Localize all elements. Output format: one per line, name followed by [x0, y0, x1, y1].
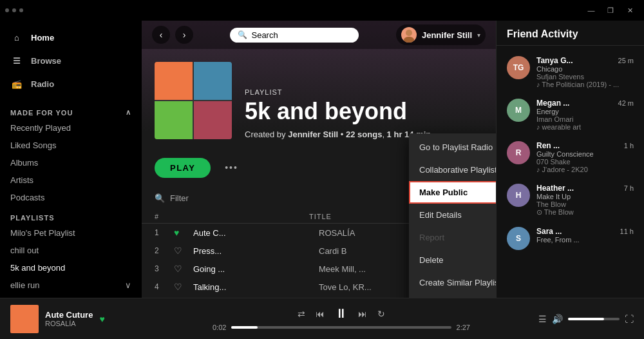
repeat-button[interactable]: ↻: [377, 309, 385, 319]
friend-name: Heather ...: [536, 184, 574, 193]
friend-name-row: Tanya G... 25 m: [536, 56, 634, 65]
like-button[interactable]: ♥: [174, 228, 193, 238]
friend-extra: ♪ J'adore - 2K20: [536, 166, 634, 173]
back-button[interactable]: ‹: [152, 26, 170, 44]
menu-item-make-public[interactable]: Make Public: [409, 181, 496, 204]
track-name: Aute C...: [193, 228, 319, 238]
play-pause-button[interactable]: ⏸: [335, 306, 348, 321]
sidebar-item-albums[interactable]: Albums: [0, 154, 142, 171]
seek-bar[interactable]: [231, 326, 451, 329]
fullscreen-button[interactable]: ⛶: [625, 314, 634, 324]
minimize-button[interactable]: —: [582, 4, 600, 17]
friend-activity-item[interactable]: TG Tanya G... 25 m Chicago Sufjan Steven…: [497, 51, 644, 93]
art-cell-1: [155, 62, 193, 100]
friend-info: Tanya G... 25 m Chicago Sufjan Stevens ♪…: [536, 56, 634, 88]
friend-activity-item[interactable]: M Megan ... 42 m Energy Iman Omari ♪ wea…: [497, 93, 644, 136]
more-options-button[interactable]: •••: [221, 157, 242, 178]
title-bar: — ❐ ✕: [0, 0, 644, 21]
friend-extra: ♪ The Politician (2019) - ...: [536, 81, 634, 88]
like-button[interactable]: ♡: [174, 282, 193, 292]
sidebar-item-podcasts[interactable]: Podcasts: [0, 189, 142, 206]
search-bar[interactable]: 🔍: [230, 28, 359, 43]
dot-3: [19, 8, 23, 12]
friend-name-row: Megan ... 42 m: [536, 99, 634, 108]
forward-button[interactable]: ›: [175, 26, 193, 44]
track-name: Talking...: [193, 282, 319, 292]
friend-time: 1 h: [624, 142, 634, 150]
sidebar-item-radio[interactable]: 📻 Radio: [0, 72, 142, 95]
queue-button[interactable]: ☰: [538, 314, 547, 324]
friend-artist: Iman Omari: [536, 115, 634, 123]
now-playing-name: Aute Cuture: [45, 310, 93, 320]
track-number: 4: [155, 282, 174, 291]
previous-button[interactable]: ⏮: [316, 309, 325, 319]
menu-item-edit-details[interactable]: Edit Details: [409, 204, 496, 226]
shuffle-button[interactable]: ⇄: [298, 309, 305, 319]
menu-item-playlist-radio[interactable]: Go to Playlist Radio: [409, 136, 496, 159]
friend-activity-item[interactable]: H Heather ... 7 h Make It Up The Blow ⊙ …: [497, 179, 644, 222]
play-button[interactable]: PLAY: [155, 158, 211, 178]
sidebar-item-browse[interactable]: ☰ Browse: [0, 49, 142, 72]
friend-info: Heather ... 7 h Make It Up The Blow ⊙ Th…: [536, 184, 634, 217]
friend-name-row: Heather ... 7 h: [536, 184, 634, 193]
friend-info: Ren ... 1 h Guilty Conscience 070 Shake …: [536, 141, 634, 173]
sidebar-playlist-5k[interactable]: 5k and beyond: [0, 259, 142, 276]
avatar: TG: [507, 56, 530, 79]
nav-buttons: ‹ ›: [152, 26, 193, 44]
context-menu: Go to Playlist Radio Collaborative Playl…: [409, 133, 496, 298]
menu-item-report: Report: [409, 226, 496, 249]
playlist-type-label: PLAYLIST: [245, 88, 483, 96]
maximize-button[interactable]: ❐: [601, 4, 620, 17]
track-number: 3: [155, 264, 174, 273]
sidebar-playlist-chill[interactable]: chill out: [0, 242, 142, 259]
top-bar: ‹ › 🔍 Jennifer Still ▾: [142, 21, 496, 49]
sidebar-item-home[interactable]: ⌂ Home: [0, 26, 142, 49]
art-cell-3: [155, 101, 193, 139]
sidebar-item-artists[interactable]: Artists: [0, 171, 142, 189]
friend-artist: 070 Shake: [536, 158, 634, 166]
sidebar: ⌂ Home ☰ Browse 📻 Radio Made For You ∧ R…: [0, 21, 142, 298]
progress-bar-container: 0:02 2:27: [213, 324, 470, 331]
user-profile[interactable]: Jennifer Still ▾: [396, 24, 486, 45]
sidebar-item-recently-played[interactable]: Recently Played: [0, 119, 142, 137]
friend-info: Sara ... 11 h Free, From ...: [536, 227, 634, 244]
menu-item-collaborative[interactable]: Collaborative Playlist: [409, 159, 496, 181]
dot-2: [12, 8, 16, 12]
progress-fill: [231, 326, 258, 329]
search-input[interactable]: [251, 30, 351, 40]
content-area: ‹ › 🔍 Jennifer Still ▾: [142, 21, 496, 298]
friend-time: 7 h: [624, 184, 634, 192]
playback-buttons: ⇄ ⏮ ⏸ ⏭ ↻: [298, 306, 385, 321]
friend-time: 25 m: [618, 57, 634, 64]
now-playing-like-button[interactable]: ♥: [99, 314, 104, 324]
friend-activity-item[interactable]: S Sara ... 11 h Free, From ...: [497, 222, 644, 255]
friend-activity-item[interactable]: R Ren ... 1 h Guilty Conscience 070 Shak…: [497, 136, 644, 179]
close-button[interactable]: ✕: [621, 4, 639, 17]
title-bar-dots: [5, 8, 23, 12]
like-button[interactable]: ♡: [174, 246, 193, 256]
friend-track: Chicago: [536, 65, 634, 73]
menu-item-download[interactable]: Download: [409, 294, 496, 298]
art-cell-2: [194, 62, 232, 100]
main-layout: ⌂ Home ☰ Browse 📻 Radio Made For You ∧ R…: [0, 21, 644, 298]
friend-track: Free, From ...: [536, 236, 634, 244]
volume-icon[interactable]: 🔊: [552, 314, 563, 324]
friend-artist: Sufjan Stevens: [536, 73, 634, 81]
avatar: H: [507, 184, 530, 207]
friend-track: Guilty Conscience: [536, 150, 634, 158]
menu-item-delete[interactable]: Delete: [409, 249, 496, 271]
volume-bar[interactable]: [568, 318, 620, 320]
friend-name: Sara ...: [536, 227, 562, 236]
menu-item-similar-playlist[interactable]: Create Similar Playlist: [409, 271, 496, 294]
next-button[interactable]: ⏭: [358, 309, 367, 319]
avatar: [401, 27, 417, 43]
volume-controls: ☰ 🔊 ⛶: [531, 314, 634, 324]
avatar: R: [507, 141, 530, 164]
sidebar-item-liked-songs[interactable]: Liked Songs: [0, 137, 142, 154]
like-button[interactable]: ♡: [174, 264, 193, 274]
sidebar-playlist-milos[interactable]: Milo's Pet Playlist: [0, 224, 142, 242]
sidebar-playlist-ellie[interactable]: ellie run ∨: [0, 276, 142, 294]
now-playing-info: Aute Cuture ROSALÍA: [45, 310, 93, 327]
friend-extra: ⊙ The Blow: [536, 208, 634, 217]
art-cell-4: [194, 101, 232, 139]
